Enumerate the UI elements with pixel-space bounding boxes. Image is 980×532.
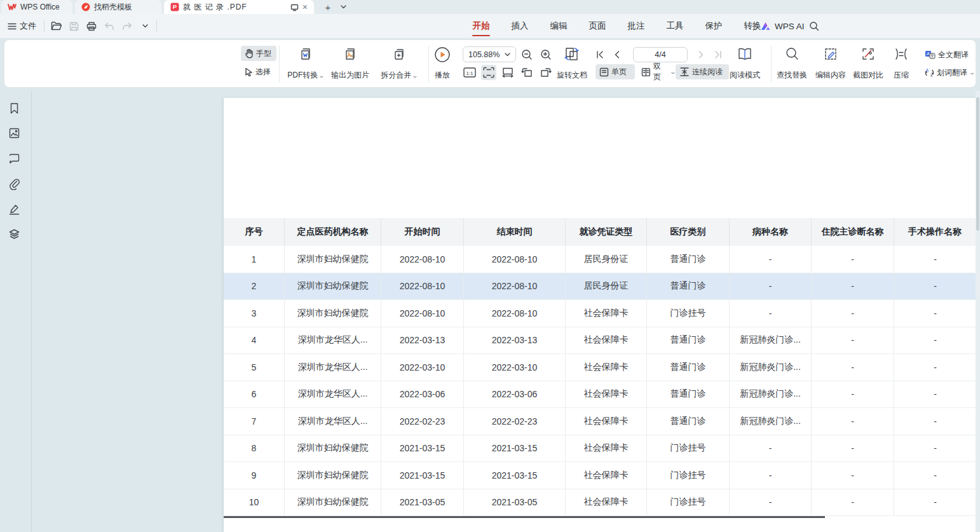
play-button[interactable]: 播放 xyxy=(424,45,461,83)
hand-icon xyxy=(245,49,254,58)
zoom-level-select[interactable]: 105.88% xyxy=(463,46,516,62)
export-as-image-button[interactable]: 输出为图片 xyxy=(326,45,374,83)
next-page-icon xyxy=(697,51,705,58)
table-cell: 社会保障卡 xyxy=(566,489,647,516)
table-cell: 社会保障卡 xyxy=(566,462,647,489)
save-button[interactable] xyxy=(67,20,80,32)
tab-list-button[interactable] xyxy=(337,0,350,14)
table-cell: - xyxy=(730,462,812,489)
select-tool-button[interactable]: 选择 xyxy=(241,64,276,79)
menu-item[interactable]: 页面 xyxy=(585,14,610,38)
table-cell: 2022-03-06 xyxy=(464,381,566,408)
comments-icon[interactable] xyxy=(8,153,20,165)
menu-item[interactable]: 批注 xyxy=(623,14,649,38)
table-cell: 2022-03-10 xyxy=(464,354,566,381)
menu-item[interactable]: 编辑 xyxy=(546,14,571,38)
compress-label: 压缩 xyxy=(894,70,909,81)
table-cell: - xyxy=(812,327,894,354)
first-page-button[interactable] xyxy=(593,48,607,62)
close-icon[interactable]: × xyxy=(303,2,308,12)
rotate-left-button[interactable] xyxy=(519,65,534,80)
redo-button[interactable] xyxy=(121,20,133,32)
undo-button[interactable] xyxy=(103,20,116,32)
table-header-cell: 住院主诊断名称 xyxy=(812,218,894,246)
table-cell: - xyxy=(894,462,976,489)
rotate-document-button[interactable]: 旋转文档 xyxy=(550,45,594,83)
rotate-right-button[interactable] xyxy=(538,65,554,80)
undo-redo-dropdown[interactable] xyxy=(139,20,151,32)
print-button[interactable] xyxy=(85,20,98,32)
tab-wps-office[interactable]: WPS Office xyxy=(1,0,72,14)
file-menu-button[interactable]: 文件 xyxy=(5,18,39,34)
table-cell: 深圳市妇幼保健院 xyxy=(285,489,381,516)
word-translate-button[interactable]: A x 划词翻译 ⌄ xyxy=(921,65,980,80)
open-file-button[interactable] xyxy=(50,20,62,32)
attachment-icon[interactable] xyxy=(8,178,20,190)
layers-icon[interactable] xyxy=(8,228,20,240)
chevron-down-icon: ⌄ xyxy=(412,72,419,79)
fit-page-button[interactable] xyxy=(481,65,496,80)
next-page-button[interactable] xyxy=(694,48,708,62)
table-cell: 深圳市妇幼保健院 xyxy=(285,246,381,273)
table-cell: 深圳市妇幼保健院 xyxy=(285,300,381,327)
hand-tool-button[interactable]: 手型 xyxy=(241,46,276,61)
table-cell: - xyxy=(730,489,812,516)
table-cell: - xyxy=(894,408,976,435)
rotate-document-icon xyxy=(564,46,580,62)
full-text-translate-button[interactable]: A 文 全文翻译 xyxy=(921,47,977,62)
tab-docer-templates[interactable]: 找稻壳模板 xyxy=(75,0,161,14)
tab-document-active[interactable]: P 就 医 记 录 .PDF × xyxy=(164,0,314,14)
table-cell: 2022-08-10 xyxy=(381,300,464,327)
svg-text:A: A xyxy=(926,68,929,72)
rotate-left-icon xyxy=(521,67,533,78)
vertical-scrollbar[interactable] xyxy=(976,91,980,532)
wps-ai-button[interactable]: WPS AI xyxy=(760,14,805,38)
signature-icon[interactable] xyxy=(8,203,20,215)
previous-page-button[interactable] xyxy=(610,48,624,62)
table-bottom-border xyxy=(224,516,825,518)
table-cell: - xyxy=(730,246,812,273)
menu-item[interactable]: 保护 xyxy=(701,14,726,38)
table-cell: 5 xyxy=(224,354,285,381)
table-cell: 2022-03-13 xyxy=(464,327,566,354)
page-indicator: 4/4 xyxy=(655,50,665,59)
continuous-reading-button[interactable]: 连续阅读 xyxy=(676,64,729,79)
read-mode-button[interactable]: 阅读模式 xyxy=(723,45,767,83)
pdf-convert-button[interactable]: PDF转换⌄ xyxy=(283,45,328,83)
table-cell: 深圳市龙华区人... xyxy=(285,354,381,381)
scrollbar-thumb[interactable] xyxy=(976,97,979,231)
find-replace-button[interactable]: 查找替换 xyxy=(770,45,814,83)
new-tab-button[interactable]: + xyxy=(321,0,335,14)
menu-item[interactable]: 开始 xyxy=(468,14,494,38)
find-replace-label: 查找替换 xyxy=(777,70,807,81)
double-page-button[interactable]: 双页 ⌄ xyxy=(637,64,679,79)
table-cell: 2021-03-15 xyxy=(464,435,566,462)
table-cell: 普通门诊 xyxy=(647,327,730,354)
table-cell: 普通门诊 xyxy=(647,246,730,273)
svg-text:P: P xyxy=(173,3,177,10)
menu-item[interactable]: 工具 xyxy=(662,14,688,38)
split-merge-icon xyxy=(391,46,407,62)
actual-size-button[interactable]: 1:1 xyxy=(462,65,477,80)
compress-button[interactable]: 压缩 xyxy=(883,45,919,83)
read-mode-label: 阅读模式 xyxy=(730,70,760,81)
table-row: 4深圳市龙华区人...2022-03-132022-03-13社会保障卡普通门诊… xyxy=(224,327,976,355)
table-cell: 社会保障卡 xyxy=(566,354,647,381)
word-translate-label: 划词翻译 xyxy=(937,67,967,78)
menu-search-button[interactable] xyxy=(807,19,821,33)
table-cell: - xyxy=(730,273,812,300)
edit-content-label: 编辑内容 xyxy=(815,70,846,81)
zoom-out-button[interactable] xyxy=(519,47,534,62)
single-page-button[interactable]: 单页 xyxy=(595,64,635,79)
menu-item[interactable]: 插入 xyxy=(507,14,533,38)
thumbnails-icon[interactable] xyxy=(8,127,20,139)
bookmarks-icon[interactable] xyxy=(8,102,20,114)
medical-records-table: 序号定点医药机构名称开始时间结束时间就诊凭证类型医疗类别病种名称住院主诊断名称手… xyxy=(224,218,976,516)
monitor-icon[interactable] xyxy=(290,3,299,11)
split-merge-button[interactable]: 拆分合并⌄ xyxy=(375,45,423,83)
page-number-input[interactable]: 4/4 xyxy=(633,47,688,62)
pdf-page[interactable]: 序号定点医药机构名称开始时间结束时间就诊凭证类型医疗类别病种名称住院主诊断名称手… xyxy=(224,98,980,532)
fit-width-button[interactable] xyxy=(500,65,515,80)
menu-bar: 文件 xyxy=(0,14,980,38)
cursor-icon xyxy=(245,67,253,76)
